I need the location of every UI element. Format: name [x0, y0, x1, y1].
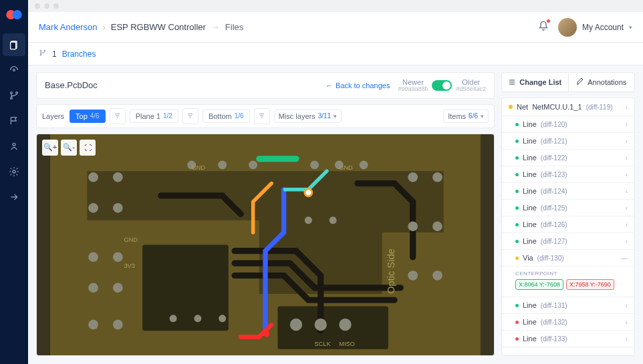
centerpoint-new: X:8064 Y:-7608: [515, 279, 563, 290]
svg-point-37: [408, 270, 418, 281]
notifications-icon[interactable]: [538, 21, 549, 34]
layer-bottom[interactable]: Bottom1/6: [203, 110, 250, 123]
diff-row[interactable]: Line(diff-125)‹: [502, 200, 634, 216]
misc-layers-dropdown[interactable]: Misc layers3/11▾: [274, 110, 342, 123]
items-dropdown[interactable]: Items6/6▾: [443, 110, 489, 123]
svg-point-20: [113, 203, 123, 213]
diff-row[interactable]: Line(diff-121)‹: [502, 133, 634, 150]
svg-point-30: [310, 161, 319, 170]
svg-point-46: [339, 319, 351, 331]
svg-point-5: [11, 92, 13, 94]
account-label: My Account: [582, 23, 624, 32]
avatar: [558, 18, 577, 37]
nav-settings-icon[interactable]: [3, 160, 25, 183]
chevron-left-icon: ‹: [626, 104, 628, 111]
svg-point-1: [13, 10, 22, 19]
app-logo: [5, 5, 23, 24]
filter-plane-icon[interactable]: [182, 108, 199, 124]
svg-text:MISO: MISO: [339, 341, 354, 347]
doc-header: Base.PcbDoc ← Back to changes Newer#90a9…: [36, 72, 495, 99]
arrow-left-icon: ←: [326, 81, 333, 89]
breadcrumb: Mark Anderson › ESP RGBWW Controller → F…: [39, 22, 243, 32]
svg-point-6: [11, 98, 13, 100]
svg-rect-3: [11, 42, 16, 49]
diff-row[interactable]: Line(diff-127)‹: [502, 233, 634, 250]
branch-count: 1: [52, 49, 57, 59]
svg-point-9: [13, 170, 15, 173]
diff-row[interactable]: Line(diff-131)‹: [502, 297, 634, 314]
breadcrumb-project[interactable]: ESP RGBWW Controller: [111, 22, 206, 32]
layer-plane1[interactable]: Plane 11/2: [130, 110, 178, 123]
branch-icon: [39, 49, 47, 59]
svg-point-24: [113, 283, 123, 293]
svg-point-35: [408, 222, 418, 232]
centerpoint-old: X:7958 Y:-7690: [566, 279, 614, 290]
svg-point-48: [263, 331, 269, 337]
tab-annotations[interactable]: Annotations: [569, 73, 635, 92]
svg-text:GND: GND: [124, 236, 138, 243]
svg-point-8: [13, 143, 15, 146]
fullscreen-icon[interactable]: ⛶: [80, 140, 96, 156]
svg-text:3V3: 3V3: [124, 262, 135, 269]
nav-team-icon[interactable]: [3, 135, 25, 158]
breadcrumb-user[interactable]: Mark Anderson: [39, 22, 97, 32]
svg-point-40: [330, 216, 337, 224]
diff-row[interactable]: Line(diff-124)‹: [502, 183, 634, 200]
compare-toggle[interactable]: [432, 80, 452, 91]
revision-toggle: Newer#90a9a88b Older#d58e4ac2: [398, 78, 486, 93]
window-titlebar: [28, 0, 643, 12]
filter-top-icon[interactable]: [110, 108, 126, 124]
nav-collapse-icon[interactable]: [3, 186, 25, 208]
layer-top[interactable]: Top4/6: [70, 110, 106, 123]
doc-title: Base.PcbDoc: [45, 80, 98, 90]
svg-point-38: [432, 270, 442, 281]
diff-row[interactable]: Line(diff-132)‹: [502, 314, 634, 331]
branches-link[interactable]: Branches: [62, 49, 96, 59]
svg-point-33: [408, 172, 418, 182]
zoom-in-icon[interactable]: 🔍+: [42, 140, 58, 156]
filter-bottom-icon[interactable]: [254, 108, 270, 124]
nav-files-icon[interactable]: [3, 33, 25, 56]
diff-row[interactable]: Line(diff-126)‹: [502, 216, 634, 233]
nav-flag-icon[interactable]: [3, 110, 25, 132]
svg-point-39: [305, 216, 312, 224]
change-list: Net NetMCU.U.1_1 (diff-119) ‹ Line(diff-…: [501, 98, 635, 356]
zoom-out-icon[interactable]: 🔍-: [61, 140, 77, 156]
subbar: 1 Branches: [28, 43, 643, 65]
svg-point-44: [290, 319, 302, 331]
back-to-changes[interactable]: ← Back to changes: [326, 81, 390, 89]
svg-point-23: [88, 283, 98, 293]
svg-point-47: [305, 189, 312, 196]
svg-point-4: [13, 69, 15, 71]
tab-change-list[interactable]: Change List: [502, 73, 569, 92]
nav-reviews-icon[interactable]: [3, 59, 25, 81]
chevron-down-icon: ▾: [629, 24, 632, 31]
svg-text:SCLK: SCLK: [315, 341, 332, 347]
topbar: Mark Anderson › ESP RGBWW Controller → F…: [28, 12, 643, 43]
breadcrumb-page: Files: [225, 22, 243, 32]
nav-branches-icon[interactable]: [3, 84, 25, 107]
pcb-canvas: GND GND GND 3V3 SCLK MISO Optic Side: [37, 134, 494, 355]
svg-text:GND: GND: [192, 164, 206, 171]
svg-point-43: [219, 315, 226, 322]
svg-point-32: [360, 161, 368, 170]
left-rail: [0, 0, 28, 364]
account-menu[interactable]: My Account ▾: [558, 18, 632, 37]
diff-row[interactable]: Line(diff-120)‹: [502, 116, 634, 133]
svg-point-41: [170, 315, 177, 322]
layers-bar: Layers Top4/6 Plane 11/2 Bottom1/6 Misc …: [36, 104, 495, 128]
svg-point-19: [88, 203, 98, 213]
svg-point-28: [218, 161, 227, 170]
svg-point-36: [432, 222, 442, 232]
svg-point-42: [194, 315, 201, 322]
net-row[interactable]: Net NetMCU.U.1_1 (diff-119) ‹: [502, 98, 634, 116]
pcb-viewer[interactable]: 🔍+ 🔍- ⛶: [36, 134, 495, 356]
svg-text:GND: GND: [339, 164, 353, 171]
diff-row[interactable]: Line(diff-133)‹: [502, 331, 634, 347]
svg-point-22: [113, 252, 123, 262]
svg-point-45: [315, 319, 327, 331]
diff-row[interactable]: Line(diff-122)‹: [502, 150, 634, 166]
svg-point-29: [249, 161, 257, 170]
diff-row[interactable]: Line(diff-123)‹: [502, 166, 634, 183]
diff-row[interactable]: Via(diff-130)—: [502, 250, 634, 266]
